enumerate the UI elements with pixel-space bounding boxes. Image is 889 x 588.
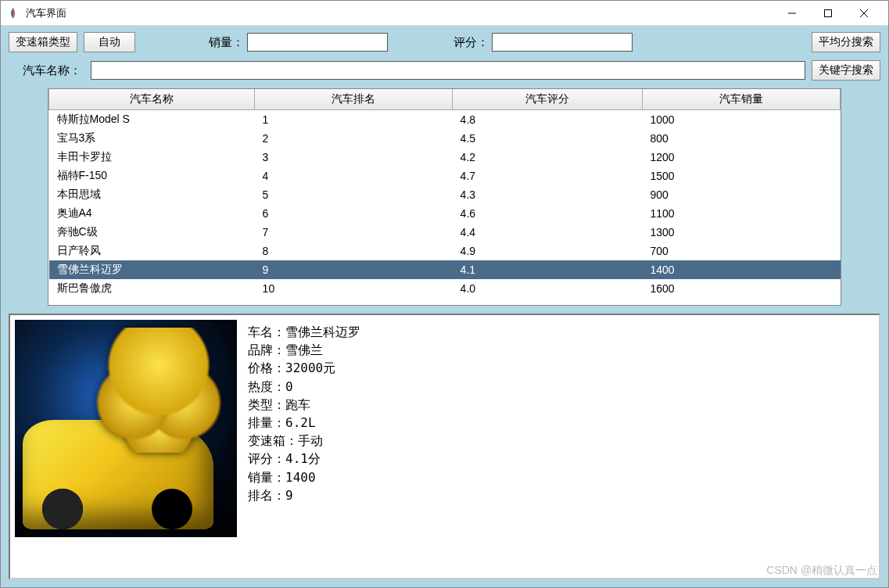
keyword-search-button[interactable]: 关键字搜索 <box>812 60 880 81</box>
cell-rating: 4.0 <box>453 279 643 298</box>
cell-rank: 7 <box>255 223 453 242</box>
app-icon <box>7 7 20 20</box>
cell-rank: 3 <box>255 148 453 167</box>
table-header-row: 汽车名称 汽车排名 汽车评分 汽车销量 <box>49 89 841 110</box>
cell-rating: 4.8 <box>453 110 643 130</box>
window-controls <box>774 2 882 25</box>
cell-name: 奥迪A4 <box>49 204 255 223</box>
detail-type-value: 跑车 <box>285 397 310 412</box>
cell-rank: 9 <box>255 260 453 279</box>
cell-rank: 4 <box>255 167 453 185</box>
table-row[interactable]: 福特F-15044.71500 <box>49 167 841 185</box>
cell-rank: 8 <box>255 242 453 260</box>
cell-name: 奔驰C级 <box>49 223 255 242</box>
transmission-type-button[interactable]: 变速箱类型 <box>9 32 77 52</box>
cell-sales: 900 <box>642 185 840 204</box>
cell-rating: 4.6 <box>453 204 643 223</box>
window-title: 汽车界面 <box>26 6 774 20</box>
sales-label: 销量： <box>206 35 247 50</box>
car-image <box>15 320 237 537</box>
cell-name: 日产聆风 <box>49 242 255 260</box>
table-row[interactable]: 丰田卡罗拉34.21200 <box>49 148 841 167</box>
cell-rating: 4.1 <box>453 260 643 279</box>
cell-name: 特斯拉Model S <box>49 110 255 130</box>
cell-sales: 800 <box>642 129 840 148</box>
cell-name: 本田思域 <box>49 185 255 204</box>
svg-rect-1 <box>825 9 832 16</box>
close-button[interactable] <box>846 2 882 25</box>
cell-sales: 700 <box>642 242 840 260</box>
cell-name: 斯巴鲁傲虎 <box>49 279 255 298</box>
detail-rank-label: 排名： <box>248 486 285 504</box>
car-table: 汽车名称 汽车排名 汽车评分 汽车销量 特斯拉Model S14.81000宝马… <box>48 89 841 298</box>
detail-name-label: 车名： <box>248 323 285 341</box>
col-sales[interactable]: 汽车销量 <box>642 89 840 110</box>
search-row: 汽车名称： 关键字搜索 <box>9 60 880 81</box>
cell-sales: 1000 <box>642 110 840 130</box>
carname-input[interactable] <box>91 61 805 80</box>
detail-trans-label: 变速箱： <box>248 432 298 450</box>
cell-name: 雪佛兰科迈罗 <box>49 260 255 279</box>
detail-pane: 车名：雪佛兰科迈罗 品牌：雪佛兰 价格：32000元 热度：0 类型：跑车 排量… <box>9 314 880 579</box>
app-window: 汽车界面 变速箱类型 自动 销量： 评分： 平均分搜索 汽车名称： 关键字搜索 <box>0 0 889 588</box>
cell-rank: 2 <box>255 129 453 148</box>
table-row[interactable]: 雪佛兰科迈罗94.11400 <box>49 260 841 279</box>
table-row[interactable]: 特斯拉Model S14.81000 <box>49 110 841 130</box>
cell-name: 宝马3系 <box>49 129 255 148</box>
col-name[interactable]: 汽车名称 <box>49 89 255 110</box>
detail-trans-value: 手动 <box>298 433 323 448</box>
rating-label: 评分： <box>450 35 492 50</box>
detail-brand-value: 雪佛兰 <box>285 342 323 357</box>
rating-input[interactable] <box>492 33 633 52</box>
cell-sales: 1200 <box>642 148 840 167</box>
avg-score-search-button[interactable]: 平均分搜索 <box>812 32 880 52</box>
detail-brand-label: 品牌： <box>248 341 285 359</box>
cell-rating: 4.3 <box>453 185 643 204</box>
transmission-value-button[interactable]: 自动 <box>84 32 135 52</box>
cell-rating: 4.9 <box>453 242 643 260</box>
cell-rank: 6 <box>255 204 453 223</box>
car-table-container: 汽车名称 汽车排名 汽车评分 汽车销量 特斯拉Model S14.81000宝马… <box>48 88 841 306</box>
cell-rating: 4.4 <box>453 223 643 242</box>
col-rating[interactable]: 汽车评分 <box>453 89 643 110</box>
maximize-button[interactable] <box>810 2 846 25</box>
table-row[interactable]: 奥迪A464.61100 <box>49 204 841 223</box>
cell-rank: 5 <box>255 185 453 204</box>
detail-sales-value: 1400 <box>285 470 316 485</box>
cell-sales: 1400 <box>642 260 840 279</box>
carname-label: 汽车名称： <box>20 63 84 78</box>
detail-heat-label: 热度： <box>248 378 285 396</box>
cell-rank: 10 <box>255 279 453 298</box>
cell-rating: 4.2 <box>453 148 643 167</box>
detail-rating-value: 4.1分 <box>285 451 321 466</box>
table-body: 特斯拉Model S14.81000宝马3系24.5800丰田卡罗拉34.212… <box>49 110 841 299</box>
car-detail-text: 车名：雪佛兰科迈罗 品牌：雪佛兰 价格：32000元 热度：0 类型：跑车 排量… <box>248 320 874 573</box>
table-row[interactable]: 日产聆风84.9700 <box>49 242 841 260</box>
cell-sales: 1500 <box>642 167 840 185</box>
filter-row: 变速箱类型 自动 销量： 评分： 平均分搜索 <box>9 32 880 52</box>
cell-rating: 4.7 <box>453 167 643 185</box>
col-rank[interactable]: 汽车排名 <box>255 89 453 110</box>
detail-disp-value: 6.2L <box>285 415 316 430</box>
minimize-button[interactable] <box>774 2 810 25</box>
detail-price-label: 价格： <box>248 359 285 377</box>
table-row[interactable]: 本田思域54.3900 <box>49 185 841 204</box>
robot-figure <box>96 328 221 453</box>
table-row[interactable]: 宝马3系24.5800 <box>49 129 841 148</box>
detail-disp-label: 排量： <box>248 414 285 432</box>
cell-rating: 4.5 <box>453 129 643 148</box>
detail-heat-value: 0 <box>285 379 293 394</box>
cell-sales: 1600 <box>642 279 840 298</box>
cell-name: 福特F-150 <box>49 167 255 185</box>
table-row[interactable]: 斯巴鲁傲虎104.01600 <box>49 279 841 298</box>
detail-price-value: 32000元 <box>285 360 335 375</box>
cell-name: 丰田卡罗拉 <box>49 148 255 167</box>
table-row[interactable]: 奔驰C级74.41300 <box>49 223 841 242</box>
detail-rating-label: 评分： <box>248 450 285 468</box>
titlebar: 汽车界面 <box>1 1 888 26</box>
detail-type-label: 类型： <box>248 396 285 414</box>
cell-sales: 1100 <box>642 204 840 223</box>
cell-sales: 1300 <box>642 223 840 242</box>
detail-rank-value: 9 <box>285 488 293 503</box>
sales-input[interactable] <box>247 33 388 52</box>
